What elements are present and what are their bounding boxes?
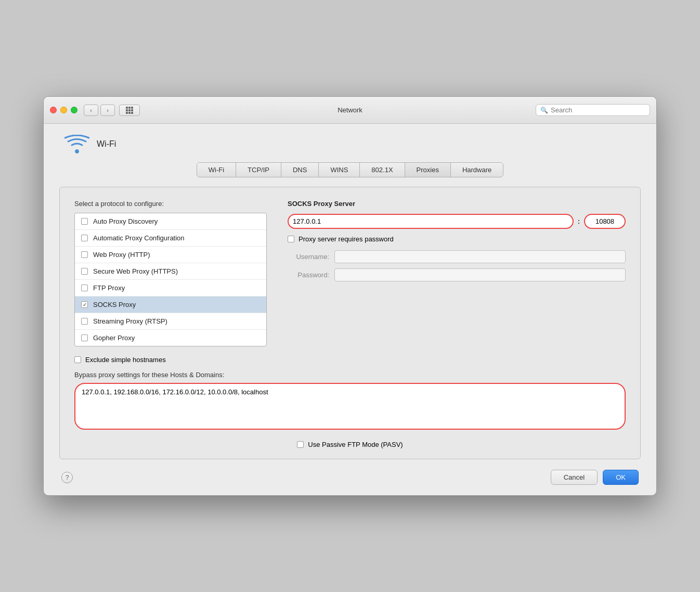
footer-buttons: Cancel OK [551, 470, 639, 485]
socks-proxy-label: SOCKS Proxy [93, 301, 136, 308]
titlebar: ‹ › Network 🔍 [44, 97, 656, 124]
exclude-hostnames-label: Exclude simple hostnames [85, 356, 166, 364]
tab-8021x[interactable]: 802.1X [360, 163, 405, 177]
socks-proxy-server-title: SOCKS Proxy Server [288, 200, 626, 208]
server-input-wrapper [288, 214, 574, 229]
protocol-section-label: Select a protocol to configure: [74, 200, 267, 208]
colon-separator: : [578, 217, 580, 225]
auto-proxy-discovery-checkbox[interactable] [81, 218, 88, 225]
nav-buttons: ‹ › [84, 105, 115, 116]
window-title: Network [338, 106, 362, 114]
network-window: ‹ › Network 🔍 [43, 96, 657, 496]
secure-web-proxy-label: Secure Web Proxy (HTTPS) [93, 267, 178, 275]
protocol-section: Select a protocol to configure: Auto Pro… [74, 200, 267, 346]
search-icon: 🔍 [540, 107, 548, 114]
list-item[interactable]: Web Proxy (HTTP) [75, 247, 266, 263]
list-item[interactable]: Automatic Proxy Configuration [75, 230, 266, 247]
wifi-label: Wi-Fi [97, 139, 116, 149]
wifi-icon [64, 134, 89, 154]
streaming-proxy-label: Streaming Proxy (RTSP) [93, 317, 167, 325]
bypass-label: Bypass proxy settings for these Hosts & … [74, 371, 626, 379]
tab-tcpip[interactable]: TCP/IP [236, 163, 281, 177]
grid-button[interactable] [119, 105, 140, 116]
exclude-hostnames-checkbox[interactable] [74, 356, 81, 363]
traffic-lights [50, 107, 77, 113]
server-address-input[interactable] [288, 214, 574, 229]
bypass-textarea-wrapper: 127.0.0.1, 192.168.0.0/16, 172.16.0.0/12… [74, 383, 626, 431]
tab-dns[interactable]: DNS [281, 163, 319, 177]
minimize-button[interactable] [60, 107, 67, 113]
close-button[interactable] [50, 107, 57, 113]
content-area: Wi-Fi Wi-Fi TCP/IP DNS WINS 802.1X Proxi… [44, 124, 656, 495]
ok-button[interactable]: OK [603, 470, 639, 485]
username-row: Username: [288, 250, 626, 263]
tab-wins[interactable]: WINS [319, 163, 360, 177]
tab-hardware[interactable]: Hardware [451, 163, 503, 177]
ftp-proxy-checkbox[interactable] [81, 285, 88, 291]
tabs-bar: Wi-Fi TCP/IP DNS WINS 802.1X Proxies Har… [197, 162, 504, 177]
panel-body: Select a protocol to configure: Auto Pro… [74, 200, 626, 346]
list-item[interactable]: FTP Proxy [75, 280, 266, 297]
list-item[interactable]: Gopher Proxy [75, 330, 266, 346]
password-row: Proxy server requires password [288, 235, 626, 243]
password-label: Password: [288, 271, 334, 279]
svg-rect-1 [128, 107, 131, 109]
svg-rect-7 [128, 112, 131, 114]
port-input[interactable] [584, 214, 626, 229]
maximize-button[interactable] [71, 107, 77, 113]
username-input[interactable] [334, 250, 626, 263]
list-item[interactable]: Streaming Proxy (RTSP) [75, 313, 266, 330]
auto-proxy-config-checkbox[interactable] [81, 235, 88, 241]
auto-proxy-config-label: Automatic Proxy Configuration [93, 234, 185, 242]
svg-rect-4 [128, 109, 131, 111]
requires-password-label: Proxy server requires password [299, 235, 394, 243]
socks-proxy-checkbox[interactable]: ✓ [81, 301, 88, 308]
password-field-row: Password: [288, 268, 626, 281]
username-label: Username: [288, 253, 334, 261]
protocol-list: Auto Proxy Discovery Automatic Proxy Con… [74, 213, 267, 346]
server-row: : [288, 214, 626, 229]
svg-rect-6 [126, 112, 128, 114]
svg-rect-2 [131, 107, 133, 109]
help-button[interactable]: ? [61, 472, 73, 483]
gopher-proxy-checkbox[interactable] [81, 334, 88, 341]
ftp-proxy-label: FTP Proxy [93, 284, 125, 292]
cancel-button[interactable]: Cancel [551, 470, 598, 485]
bottom-section: Exclude simple hostnames Bypass proxy se… [74, 356, 626, 448]
tab-proxies[interactable]: Proxies [405, 163, 451, 177]
exclude-row: Exclude simple hostnames [74, 356, 626, 364]
list-item[interactable]: Secure Web Proxy (HTTPS) [75, 263, 266, 280]
secure-web-proxy-checkbox[interactable] [81, 268, 88, 275]
search-input[interactable] [551, 106, 645, 114]
password-input[interactable] [334, 268, 626, 281]
forward-button[interactable]: › [100, 105, 115, 116]
web-proxy-http-label: Web Proxy (HTTP) [93, 251, 150, 259]
svg-rect-5 [131, 109, 133, 111]
svg-rect-3 [126, 109, 128, 111]
auto-proxy-discovery-label: Auto Proxy Discovery [93, 217, 158, 225]
pasv-mode-label: Use Passive FTP Mode (PASV) [308, 441, 403, 448]
proxies-panel: Select a protocol to configure: Auto Pro… [59, 187, 641, 459]
pasv-mode-checkbox[interactable] [297, 441, 304, 448]
list-item[interactable]: Auto Proxy Discovery [75, 213, 266, 230]
wifi-header: Wi-Fi [59, 134, 641, 154]
search-box[interactable]: 🔍 [536, 104, 650, 116]
pasv-row: Use Passive FTP Mode (PASV) [74, 441, 626, 448]
svg-rect-0 [126, 107, 128, 109]
socks-proxy-item[interactable]: ✓ SOCKS Proxy [75, 297, 266, 313]
gopher-proxy-label: Gopher Proxy [93, 334, 135, 342]
streaming-proxy-checkbox[interactable] [81, 318, 88, 325]
web-proxy-http-checkbox[interactable] [81, 251, 88, 258]
bypass-textarea[interactable]: 127.0.0.1, 192.168.0.0/16, 172.16.0.0/12… [74, 383, 626, 430]
back-button[interactable]: ‹ [84, 105, 98, 116]
socks-settings-section: SOCKS Proxy Server : Proxy server requir… [288, 200, 626, 346]
requires-password-checkbox[interactable] [288, 236, 294, 242]
footer: ? Cancel OK [59, 470, 641, 485]
tab-wifi[interactable]: Wi-Fi [197, 163, 236, 177]
svg-rect-8 [131, 112, 133, 114]
port-input-wrapper [584, 214, 626, 229]
